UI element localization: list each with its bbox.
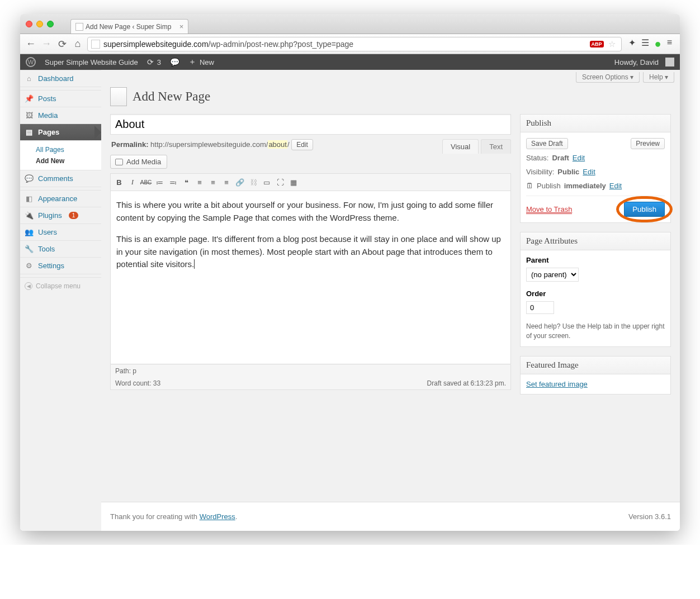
editor-path: Path: p [115, 367, 136, 375]
parent-select[interactable]: (no parent) [526, 268, 579, 282]
main-content: Screen Options ▾ Help ▾ Add New Page Per… [101, 70, 680, 531]
submenu-add-new[interactable]: Add New [36, 155, 101, 167]
italic-button[interactable]: I [126, 176, 139, 188]
content-editor[interactable]: This is where you write a bit about your… [110, 191, 511, 364]
adblock-icon[interactable]: ABP [590, 41, 604, 47]
editor-column: Permalink: http://supersimplewebsiteguid… [110, 114, 511, 403]
close-tab-icon[interactable]: × [179, 22, 184, 31]
browser-tab[interactable]: Add New Page ‹ Super Simp × [70, 19, 188, 34]
bookmark-star-icon[interactable]: ☆ [608, 39, 616, 49]
camera-icon [115, 159, 123, 165]
refresh-icon: ⟳ [147, 58, 154, 66]
set-featured-image-link[interactable]: Set featured image [526, 380, 588, 388]
extension-icon[interactable]: ✦ [628, 37, 636, 50]
plugin-update-count: 1 [69, 212, 79, 219]
unlink-button[interactable]: ⛓ [247, 176, 259, 188]
comments-link[interactable]: 💬 [170, 58, 179, 66]
plug-icon: 🔌 [25, 211, 34, 220]
blockquote-button[interactable]: ❝ [180, 176, 192, 188]
comment-icon: 💬 [25, 174, 34, 183]
schedule-label: Publish [537, 182, 561, 190]
more-tag-button[interactable]: ▭ [261, 176, 273, 188]
url-host: supersimplewebsiteguide.com [103, 40, 209, 49]
publish-button[interactable]: Publish [624, 202, 665, 217]
order-input[interactable] [526, 301, 554, 314]
new-label: New [200, 58, 214, 66]
forward-button[interactable]: → [40, 38, 53, 50]
browser-menu-icon[interactable]: ≡ [667, 37, 672, 50]
visual-tab[interactable]: Visual [442, 139, 479, 154]
new-content-link[interactable]: ＋New [188, 57, 214, 67]
reload-button[interactable]: ⟳ [56, 38, 68, 50]
browser-toolbar: ← → ⟳ ⌂ supersimplewebsiteguide.com/wp-a… [20, 34, 680, 54]
post-title-input[interactable] [110, 114, 511, 135]
save-draft-button[interactable]: Save Draft [526, 138, 568, 149]
align-right-button[interactable]: ≡ [220, 176, 233, 188]
bold-button[interactable]: B [113, 176, 125, 188]
updates-link[interactable]: ⟳3 [147, 58, 161, 66]
text-tab[interactable]: Text [481, 139, 511, 154]
sidebar-item-label: Posts [38, 94, 56, 103]
sidebar-item-plugins[interactable]: 🔌Plugins1 [20, 207, 101, 224]
sidebar-item-users[interactable]: 👥Users [20, 224, 101, 241]
align-center-button[interactable]: ≡ [207, 176, 219, 188]
move-to-trash-link[interactable]: Move to Trash [526, 205, 572, 214]
minimize-window-icon[interactable] [36, 21, 43, 27]
submenu-all-pages[interactable]: All Pages [36, 144, 101, 155]
extension-icons: ✦ ☰ ● ≡ [625, 37, 675, 50]
edit-schedule-link[interactable]: Edit [609, 182, 622, 190]
status-value: Draft [552, 154, 569, 162]
wordpress-logo-icon[interactable]: W [26, 57, 36, 67]
link-button[interactable]: 🔗 [234, 176, 246, 188]
kitchen-sink-button[interactable]: ▦ [287, 176, 300, 188]
users-icon: 👥 [25, 228, 34, 236]
fullscreen-button[interactable]: ⛶ [274, 176, 286, 188]
wp-admin-bar: W Super Simple Website Guide ⟳3 💬 ＋New H… [20, 54, 680, 70]
edit-visibility-link[interactable]: Edit [583, 168, 595, 176]
help-tab[interactable]: Help ▾ [643, 72, 674, 83]
strikethrough-button[interactable]: ABC [140, 176, 152, 188]
number-list-button[interactable]: ≕ [167, 176, 179, 188]
site-name-link[interactable]: Super Simple Website Guide [45, 58, 138, 66]
calendar-icon: 🗓 [526, 182, 533, 190]
extension-icon[interactable]: ● [655, 37, 661, 50]
pin-icon: 📌 [25, 94, 34, 103]
tab-title: Add New Page ‹ Super Simp [86, 23, 171, 31]
editor-paragraph: This is an example page. It's different … [116, 233, 505, 271]
align-left-button[interactable]: ≡ [193, 176, 206, 188]
sidebar-item-dashboard[interactable]: ⌂Dashboard [20, 70, 101, 87]
add-media-button[interactable]: Add Media [110, 155, 167, 169]
close-window-icon[interactable] [26, 21, 32, 27]
my-account-link[interactable]: Howdy, David [614, 58, 674, 66]
screen-options-tab[interactable]: Screen Options ▾ [576, 72, 640, 83]
buffer-extension-icon[interactable]: ☰ [641, 37, 649, 50]
sidebar-item-pages[interactable]: ▤Pages [20, 124, 101, 141]
home-button[interactable]: ⌂ [72, 38, 84, 50]
sidebar-item-posts[interactable]: 📌Posts [20, 91, 101, 107]
collapse-menu-button[interactable]: ◀Collapse menu [20, 278, 101, 294]
edit-status-link[interactable]: Edit [573, 154, 585, 162]
sidebar-item-tools[interactable]: 🔧Tools [20, 241, 101, 258]
greeting: Howdy, David [614, 58, 659, 66]
permalink-label: Permalink: [111, 140, 148, 149]
sidebar-item-comments[interactable]: 💬Comments [20, 170, 101, 187]
sidebar-item-label: Appearance [38, 194, 77, 203]
bullet-list-button[interactable]: ≔ [153, 176, 165, 188]
address-bar[interactable]: supersimplewebsiteguide.com/wp-admin/pos… [87, 37, 622, 51]
zoom-window-icon[interactable] [47, 21, 54, 27]
sidebar-item-appearance[interactable]: ◧Appearance [20, 191, 101, 207]
sidebar-item-settings[interactable]: ⚙Settings [20, 258, 101, 274]
wp-footer: Thank you for creating with WordPress. V… [101, 502, 680, 531]
preview-button[interactable]: Preview [631, 138, 665, 149]
status-label: Status: [526, 154, 548, 162]
appearance-icon: ◧ [25, 194, 34, 203]
attributes-help: Need help? Use the Help tab in the upper… [526, 322, 665, 341]
sidebar-item-label: Comments [38, 174, 73, 183]
sidebar-item-media[interactable]: 🖼Media [20, 107, 101, 124]
sidebar-item-label: Users [38, 228, 57, 236]
page-heading-icon [110, 87, 127, 106]
edit-permalink-button[interactable]: Edit [291, 139, 313, 150]
wordpress-link[interactable]: WordPress [200, 512, 235, 521]
sidebar-item-label: Tools [38, 245, 55, 253]
back-button[interactable]: ← [25, 38, 37, 50]
